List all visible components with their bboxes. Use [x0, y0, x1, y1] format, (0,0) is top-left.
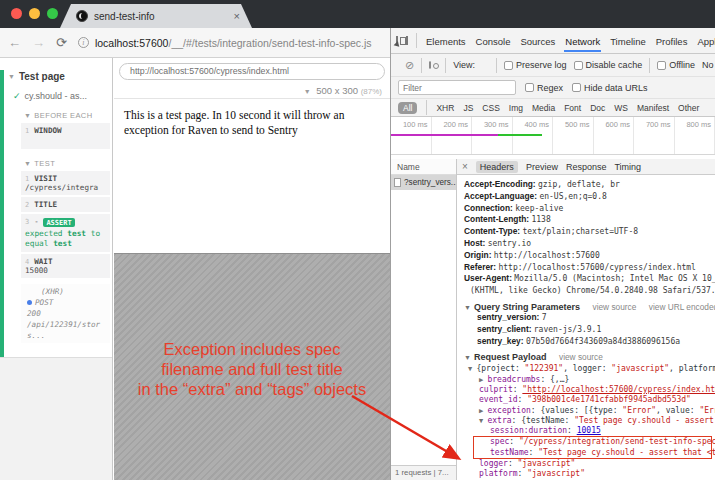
viewport-size[interactable]: ▼ 500 x 300 (87%): [304, 85, 382, 96]
tab-response[interactable]: Response: [566, 162, 607, 172]
disable-cache-checkbox[interactable]: Disable cache: [574, 60, 643, 70]
inspect-element-icon[interactable]: [396, 36, 398, 46]
payload-row-extra[interactable]: ▼ extra: {testName: "Test page cy.should…: [464, 416, 715, 426]
payload-root-row[interactable]: ▼ {project: "122391", logger: "javascrip…: [464, 364, 715, 374]
type-filter-manifest[interactable]: Manifest: [637, 103, 669, 113]
viewport-caret-icon[interactable]: ▼: [304, 88, 311, 95]
before-each-section[interactable]: ▼ BEFORE EACH: [24, 111, 112, 120]
collapse-caret-icon[interactable]: ▼: [464, 354, 471, 361]
tab-preview[interactable]: Preview: [526, 162, 558, 172]
payload-row-breadcrumbs[interactable]: ▶ breadcrumbs: {,…}: [464, 375, 715, 385]
browser-tab[interactable]: send-test-info ×: [60, 4, 252, 28]
close-details-icon[interactable]: ×: [462, 161, 468, 172]
tab-headers[interactable]: Headers: [476, 161, 518, 173]
window-zoom-button[interactable]: [47, 8, 58, 19]
tab-elements[interactable]: Elements: [425, 30, 467, 52]
tick-label: 500 ms: [553, 117, 594, 154]
filter-row: Regex Hide data URLs: [391, 77, 715, 99]
tab-console[interactable]: Console: [475, 30, 512, 52]
type-filter-js[interactable]: JS: [463, 103, 473, 113]
reload-icon[interactable]: ⟳: [56, 35, 67, 50]
request-row-selected[interactable]: ?sentry_vers...: [391, 175, 456, 190]
assert-message: expected test to equal test: [25, 229, 107, 249]
type-filter-css[interactable]: CSS: [482, 103, 499, 113]
back-icon[interactable]: ←: [8, 35, 21, 50]
tab-close-icon[interactable]: ×: [234, 10, 240, 22]
offline-checkbox[interactable]: Offline: [657, 60, 695, 70]
aut-url-field[interactable]: http://localhost:57600/cypress/index.htm…: [119, 63, 385, 80]
header-row: User-Agent: Mozilla/5.0 (Macintosh; Inte…: [464, 273, 715, 285]
command-xhr-request[interactable]: (XHR) POST 200 /api/122391/stor s...: [21, 284, 110, 343]
screenshot-capture-icon[interactable]: [429, 61, 431, 69]
requests-summary: 1 requests | 7...: [391, 465, 456, 480]
preserve-log-checkbox[interactable]: Preserve log: [504, 60, 567, 70]
page-info-icon[interactable]: i: [78, 37, 89, 48]
forward-icon[interactable]: →: [32, 35, 45, 50]
filter-input[interactable]: [398, 80, 516, 95]
divider: [426, 100, 427, 115]
view-url-encoded-link[interactable]: view URL encoded: [649, 302, 715, 312]
collapse-caret-icon[interactable]: ▼: [464, 304, 471, 311]
collapse-caret-icon[interactable]: ▼: [8, 73, 15, 80]
header-row: Accept-Language: en-US,en;q=0.8: [464, 191, 715, 203]
tab-profiles[interactable]: Profiles: [655, 30, 689, 52]
tab-sources[interactable]: Sources: [519, 30, 556, 52]
command-assert[interactable]: 3- ASSERT expected test to equal test: [21, 214, 110, 252]
checkbox-icon[interactable]: [504, 61, 513, 70]
request-details-pane: × Headers Preview Response Timing Accept…: [457, 159, 715, 480]
assert-badge: ASSERT: [43, 218, 74, 227]
tab-timeline[interactable]: Timeline: [609, 30, 647, 52]
type-filter-other[interactable]: Other: [678, 103, 699, 113]
checkbox-icon[interactable]: [574, 61, 583, 70]
suite-title[interactable]: ▼ Test page: [8, 71, 112, 82]
tab-strip: send-test-info ×: [0, 0, 715, 28]
tab-timing[interactable]: Timing: [614, 162, 641, 172]
view-source-link[interactable]: view source: [593, 302, 637, 312]
query-string-section[interactable]: ▼Query String Parameters view source vie…: [464, 302, 715, 312]
type-filter-doc[interactable]: Doc: [590, 103, 605, 113]
clear-icon[interactable]: ⊘: [405, 61, 414, 70]
type-filter-media[interactable]: Media: [532, 103, 555, 113]
test-section[interactable]: ▼ TEST: [24, 159, 112, 168]
hide-data-urls-checkbox[interactable]: Hide data URLs: [572, 83, 648, 93]
checkbox-icon[interactable]: [657, 61, 666, 70]
window-minimize-button[interactable]: [29, 8, 40, 19]
view-source-link[interactable]: view source: [559, 352, 603, 362]
network-overview-timeline[interactable]: 100 ms 200 ms 300 ms 400 ms 500 ms 600 m…: [391, 117, 715, 155]
tab-application[interactable]: Application: [696, 30, 715, 52]
name-column-header[interactable]: Name: [391, 159, 456, 175]
regex-checkbox[interactable]: Regex: [525, 83, 563, 93]
suite-title-label: Test page: [19, 71, 65, 82]
payload-row-platform: platform: "javascript": [464, 469, 715, 479]
checkbox-icon[interactable]: [572, 83, 581, 92]
type-filter-xhr[interactable]: XHR: [436, 103, 454, 113]
collapse-caret-icon[interactable]: ▼: [24, 112, 31, 119]
checkbox-icon[interactable]: [525, 83, 534, 92]
request-file-icon: [394, 178, 401, 187]
type-filter-font[interactable]: Font: [564, 103, 581, 113]
command-visit[interactable]: 1VISIT /cypress/integra: [21, 171, 110, 195]
header-row: Content-Length: 1138: [464, 214, 715, 226]
xhr-status: 200: [27, 308, 108, 319]
collapse-caret-icon[interactable]: ▼: [24, 160, 31, 167]
address-bar[interactable]: localhost:57600/__/#/tests/integration/s…: [95, 37, 372, 49]
command-wait[interactable]: 4WAIT 15000: [21, 254, 110, 278]
request-payload-section[interactable]: ▼Request Payload view source: [464, 352, 715, 362]
payload-row-exception[interactable]: ▶ exception: {values: [{type: "Error", v…: [464, 406, 715, 416]
payload-row-testname: testName: "Test page cy.should - assert …: [474, 448, 711, 458]
command-title[interactable]: 2TITLE: [21, 197, 110, 212]
test-title[interactable]: ✓ cy.should - as...: [13, 91, 112, 101]
type-filter-ws[interactable]: WS: [614, 103, 628, 113]
header-row: Accept-Encoding: gzip, deflate, br: [464, 179, 715, 191]
divider: [496, 58, 497, 73]
header-row: Connection: keep-alive: [464, 203, 715, 215]
window-close-button[interactable]: [11, 8, 22, 19]
throttling-select[interactable]: No t: [702, 60, 715, 70]
devtools-panel: Elements Console Sources Network Timelin…: [390, 28, 715, 480]
type-filter-img[interactable]: Img: [509, 103, 523, 113]
device-toolbar-icon[interactable]: [406, 36, 408, 45]
command-window[interactable]: 1WINDOW: [21, 123, 110, 149]
type-filter-all[interactable]: All: [398, 102, 417, 114]
tick-label: 700 ms: [634, 117, 675, 154]
tab-network[interactable]: Network: [564, 30, 601, 52]
